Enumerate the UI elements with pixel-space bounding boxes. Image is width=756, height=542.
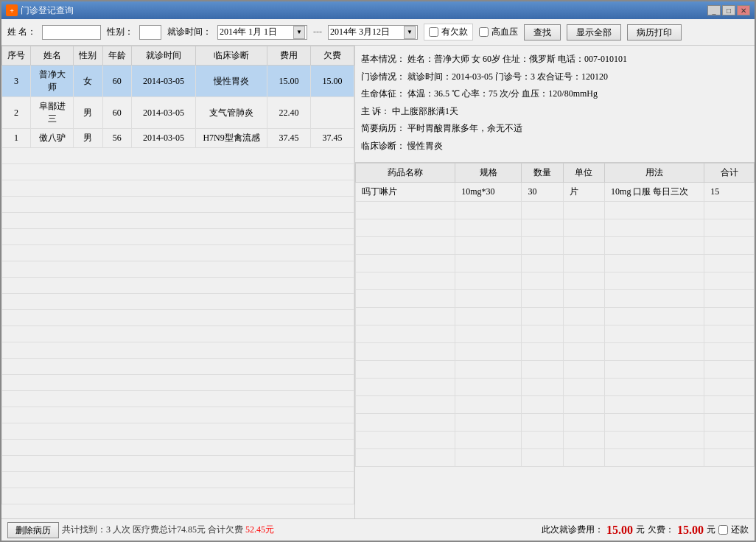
cell-date: 2014-03-05 xyxy=(131,66,195,97)
repay-checkbox[interactable] xyxy=(718,525,728,535)
empty-row xyxy=(2,245,354,261)
cell-age: 60 xyxy=(102,66,131,97)
empty-row xyxy=(2,375,354,391)
maximize-button[interactable]: □ xyxy=(722,5,735,15)
presc-cell-total: 15 xyxy=(704,182,755,201)
empty-row xyxy=(2,294,354,310)
cell-date: 2014-03-05 xyxy=(131,129,195,148)
show-all-button[interactable]: 显示全部 xyxy=(567,24,621,41)
prescription-table: 药品名称 规格 数量 单位 用法 合计 吗丁啉片 10mg*30 30 片 xyxy=(355,163,755,518)
table-row[interactable]: 3 普净大师 女 60 2014-03-05 慢性胃炎 15.00 15.00 xyxy=(2,66,354,97)
cell-diagnosis: H7N9型禽流感 xyxy=(196,129,267,148)
presc-cell-unit: 片 xyxy=(563,182,604,201)
presc-cell-usage: 10mg 口服 每日三次 xyxy=(605,182,704,201)
empty-row xyxy=(2,310,354,326)
empty-row xyxy=(2,213,354,229)
col-header-gender: 性别 xyxy=(74,46,102,66)
table-row[interactable]: 2 阜鄙进三 男 60 2014-03-05 支气管肺炎 22.40 xyxy=(2,97,354,129)
col-header-fee: 费用 xyxy=(267,46,311,66)
minimize-button[interactable]: _ xyxy=(707,5,721,15)
date-to-input[interactable] xyxy=(330,27,404,38)
date-separator: --- xyxy=(313,27,322,38)
cell-date: 2014-03-05 xyxy=(131,97,195,129)
title-controls: _ □ ✕ xyxy=(707,5,750,15)
cell-id: 2 xyxy=(2,97,31,129)
left-panel: 序号 姓名 性别 年龄 就诊时间 临床诊断 费用 欠费 3 普净大师 女 xyxy=(1,46,355,518)
prescription-empty-row xyxy=(356,448,755,466)
main-content: 序号 姓名 性别 年龄 就诊时间 临床诊断 费用 欠费 3 普净大师 女 xyxy=(1,46,755,518)
prescription-row: 吗丁啉片 10mg*30 30 片 10mg 口服 每日三次 15 xyxy=(356,182,755,201)
repay-label: 还款 xyxy=(731,524,749,536)
basic-info-row: 基本情况： 姓名：普净大师 女 60岁 住址：俄罗斯 电话：007-010101 xyxy=(361,52,749,68)
empty-row xyxy=(2,197,354,213)
visit-fee-amount: 15.00 xyxy=(606,524,633,537)
summary-prefix: 共计找到：3 人次 医疗费总计74.85元 合计欠费 xyxy=(62,524,245,535)
debt-amount: 15.00 xyxy=(677,524,704,537)
presc-col-header-total: 合计 xyxy=(704,163,755,182)
table-row[interactable]: 1 傲八驴 男 56 2014-03-05 H7N9型禽流感 37.45 37.… xyxy=(2,129,354,148)
status-bar: 删除病历 共计找到：3 人次 医疗费总计74.85元 合计欠费 52.45元 此… xyxy=(1,518,755,541)
history-row: 简要病历： 平时胃酸胃胀多年，余无不适 xyxy=(361,121,749,137)
print-button[interactable]: 病历打印 xyxy=(627,24,682,41)
main-window: + 门诊登记查询 _ □ ✕ 姓 名： 性别： 就诊时间： ▼ --- ▼ 有欠… xyxy=(0,0,756,542)
window-title: 门诊登记查询 xyxy=(21,4,74,17)
close-button[interactable]: ✕ xyxy=(737,5,750,15)
col-header-name: 姓名 xyxy=(31,46,74,66)
prescription-empty-row xyxy=(356,272,755,289)
date-label: 就诊时间： xyxy=(167,26,211,38)
cell-name: 傲八驴 xyxy=(31,129,74,148)
empty-row xyxy=(2,229,354,245)
prescription-empty-row xyxy=(356,342,755,360)
right-panel: 基本情况： 姓名：普净大师 女 60岁 住址：俄罗斯 电话：007-010101… xyxy=(355,46,755,518)
date-from-dropdown[interactable]: ▼ xyxy=(293,26,305,39)
title-bar-left: + 门诊登记查询 xyxy=(6,4,74,17)
empty-row xyxy=(2,180,354,197)
currency2: 元 xyxy=(707,524,715,536)
presc-cell-qty: 30 xyxy=(522,182,563,201)
cell-fee: 22.40 xyxy=(267,97,311,129)
cell-debt xyxy=(311,97,354,129)
history-label: 简要病历： xyxy=(361,123,405,133)
diagnosis-label: 临床诊断： xyxy=(361,141,405,151)
prescription-empty-row xyxy=(356,413,755,431)
hypertension-group: 高血压 xyxy=(479,26,518,38)
presc-col-header-usage: 用法 xyxy=(605,163,704,182)
presc-col-header-unit: 单位 xyxy=(563,163,604,182)
empty-row xyxy=(2,278,354,294)
empty-row xyxy=(2,326,354,342)
gender-input[interactable] xyxy=(139,25,161,40)
date-to-dropdown[interactable]: ▼ xyxy=(404,26,416,39)
cell-debt: 15.00 xyxy=(311,66,354,97)
empty-row xyxy=(2,342,354,359)
col-header-num: 序号 xyxy=(2,46,31,66)
name-input[interactable] xyxy=(42,25,101,40)
col-header-age: 年龄 xyxy=(102,46,131,66)
debt-checkbox[interactable] xyxy=(429,27,438,37)
title-bar: + 门诊登记查询 _ □ ✕ xyxy=(1,1,755,19)
cell-name: 阜鄙进三 xyxy=(31,97,74,129)
hypertension-checkbox[interactable] xyxy=(479,27,489,37)
search-button[interactable]: 查找 xyxy=(524,24,561,41)
prescription-empty-row xyxy=(356,219,755,236)
cell-gender: 女 xyxy=(74,66,102,97)
patient-info-section: 基本情况： 姓名：普净大师 女 60岁 住址：俄罗斯 电话：007-010101… xyxy=(355,46,755,163)
toolbar: 姓 名： 性别： 就诊时间： ▼ --- ▼ 有欠款 高血压 查找 显示全部 病… xyxy=(1,19,755,46)
basic-label: 基本情况： xyxy=(361,54,405,64)
name-label: 姓 名： xyxy=(7,26,36,38)
prescription-empty-row xyxy=(356,395,755,413)
empty-row xyxy=(2,261,354,278)
delete-record-button[interactable]: 删除病历 xyxy=(7,522,59,538)
col-header-date: 就诊时间 xyxy=(131,46,195,66)
empty-row xyxy=(2,359,354,375)
prescription-empty-row xyxy=(356,236,755,254)
date-from-input[interactable] xyxy=(220,27,293,38)
empty-row xyxy=(2,456,354,472)
gender-label: 性别： xyxy=(107,26,133,38)
prescription-empty-row xyxy=(356,325,755,342)
presc-col-header-name: 药品名称 xyxy=(356,163,455,182)
visit-info-row: 门诊情况： 就诊时间：2014-03-05 门诊号：3 农合证号：120120 xyxy=(361,69,749,85)
diagnosis-info: 慢性胃炎 xyxy=(407,141,443,151)
vitals-info: 体温：36.5 ℃ 心率：75 次/分 血压：120/80mmHg xyxy=(407,88,598,99)
presc-col-header-spec: 规格 xyxy=(455,163,522,182)
patient-table: 序号 姓名 性别 年龄 就诊时间 临床诊断 费用 欠费 3 普净大师 女 xyxy=(1,46,354,518)
